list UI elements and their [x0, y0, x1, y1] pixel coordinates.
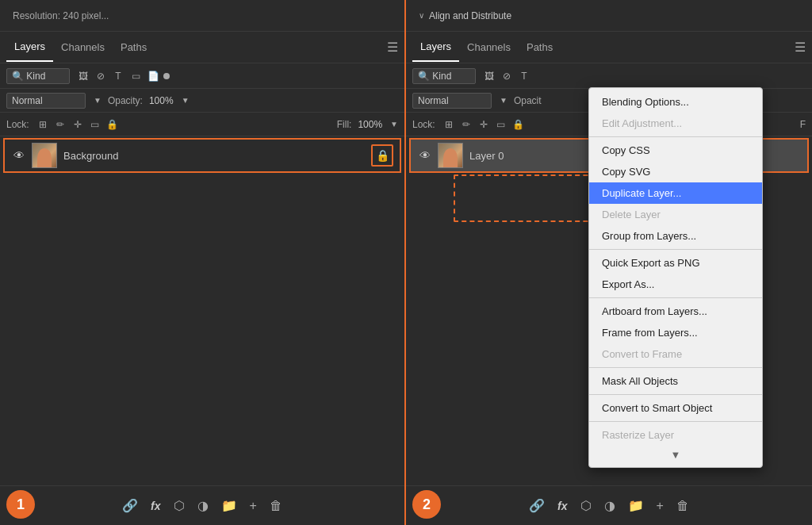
- left-tab-paths[interactable]: Paths: [113, 33, 155, 61]
- right-adjust-filter-icon[interactable]: ⊘: [500, 69, 514, 83]
- left-lock-label: Lock:: [6, 119, 29, 130]
- menu-rasterize-layer: Rasterize Layer: [589, 424, 762, 446]
- right-link-icon[interactable]: 🔗: [529, 498, 545, 513]
- fill-dropdown-arrow: ▼: [390, 120, 398, 128]
- right-lock-pixels-icon[interactable]: ⊞: [442, 117, 456, 132]
- text-filter-icon[interactable]: T: [111, 69, 125, 83]
- menu-divider-2: [589, 249, 762, 250]
- right-eye-icon[interactable]: 👁: [417, 148, 433, 163]
- opacity-dropdown-arrow: ▼: [182, 96, 190, 105]
- right-fx-icon[interactable]: fx: [557, 500, 567, 512]
- menu-mask-all-objects[interactable]: Mask All Objects: [589, 370, 762, 392]
- panel-menu-icon[interactable]: ☰: [387, 40, 398, 55]
- menu-delete-layer: Delete Layer: [589, 204, 762, 225]
- right-tab-paths[interactable]: Paths: [519, 33, 561, 61]
- fx-icon[interactable]: fx: [151, 500, 160, 512]
- right-tab-layers[interactable]: Layers: [412, 33, 459, 62]
- menu-divider-4: [589, 367, 762, 368]
- menu-copy-css[interactable]: Copy CSS: [589, 140, 762, 161]
- menu-divider-3: [589, 297, 762, 298]
- left-tab-layers[interactable]: Layers: [6, 33, 53, 62]
- left-kind-row: 🔍 Kind 🖼 ⊘ T ▭ 📄: [0, 63, 404, 89]
- right-new-layer-icon[interactable]: +: [657, 499, 664, 513]
- left-blend-select[interactable]: Normal: [6, 93, 86, 109]
- menu-artboard-from-layers[interactable]: Artboard from Layers...: [589, 301, 762, 322]
- step-badge-2: 2: [412, 490, 441, 519]
- left-layers-panel: Layers Channels Paths ☰ 🔍 Kind 🖼 ⊘ T: [0, 32, 404, 485]
- right-delete-layer-icon[interactable]: 🗑: [676, 499, 689, 513]
- menu-edit-adjustment: Edit Adjustment...: [589, 113, 762, 134]
- left-tab-channels[interactable]: Channels: [53, 33, 113, 61]
- right-lock-all-icon[interactable]: 🔒: [511, 117, 526, 132]
- right-filter-icons: 🖼 ⊘ T: [482, 69, 531, 83]
- menu-scroll-down-icon[interactable]: ▼: [671, 449, 681, 461]
- right-mask-icon[interactable]: ◑: [604, 498, 615, 513]
- new-layer-icon[interactable]: +: [250, 499, 257, 513]
- align-distribute-label: Align and Distribute: [429, 10, 511, 21]
- lock-pixels-icon[interactable]: ⊞: [36, 117, 50, 132]
- menu-quick-export[interactable]: Quick Export as PNG: [589, 252, 762, 274]
- right-group-icon[interactable]: 📁: [628, 498, 644, 513]
- right-lock-move-icon[interactable]: ✛: [477, 117, 491, 132]
- menu-export-as[interactable]: Export As...: [589, 274, 762, 295]
- left-filter-icons: 🖼 ⊘ T ▭ 📄: [76, 69, 170, 83]
- menu-divider-1: [589, 136, 762, 137]
- menu-group-from-layers[interactable]: Group from Layers...: [589, 225, 762, 247]
- menu-convert-to-frame: Convert to Frame: [589, 343, 762, 365]
- left-layer-thumb: [32, 143, 57, 168]
- right-layer-thumb: [438, 143, 463, 168]
- left-opacity-label: Opacity:: [108, 95, 143, 106]
- left-lock-row: Lock: ⊞ ✏ ✛ ▭ 🔒 Fill: 100% ▼: [0, 113, 404, 136]
- resolution-text: Resolution: 240 pixel...: [13, 10, 109, 21]
- right-blend-select[interactable]: Normal: [412, 93, 492, 109]
- right-text-filter-icon[interactable]: T: [517, 69, 531, 83]
- context-menu: Blending Options... Edit Adjustment... C…: [588, 87, 763, 468]
- left-thumb-inner: [33, 144, 56, 167]
- new-fill-icon[interactable]: ⬡: [174, 498, 185, 513]
- left-lock-badge: 🔒: [371, 144, 393, 167]
- right-lock-icons: ⊞ ✏ ✛ ▭ 🔒: [442, 117, 526, 132]
- right-panel-menu-icon[interactable]: ☰: [795, 40, 806, 55]
- group-icon[interactable]: 📁: [221, 498, 237, 513]
- mask-icon[interactable]: ◑: [197, 498, 209, 513]
- smart-filter-icon[interactable]: 📄: [146, 69, 160, 83]
- right-new-fill-icon[interactable]: ⬡: [580, 498, 592, 513]
- menu-blending-options[interactable]: Blending Options...: [589, 91, 762, 113]
- menu-frame-from-layers[interactable]: Frame from Layers...: [589, 322, 762, 343]
- menu-copy-svg[interactable]: Copy SVG: [589, 161, 762, 182]
- shape-filter-icon[interactable]: ▭: [128, 69, 143, 83]
- top-bar: Resolution: 240 pixel...: [0, 0, 404, 32]
- left-thumb-figure: [37, 148, 52, 167]
- menu-duplicate-layer[interactable]: Duplicate Layer...: [589, 182, 762, 204]
- right-image-filter-icon[interactable]: 🖼: [482, 69, 496, 83]
- left-opacity-value: 100%: [149, 95, 174, 106]
- left-blend-row: Normal ▼ Opacity: 100% ▼: [0, 89, 404, 113]
- right-thumb-inner: [439, 144, 462, 167]
- right-kind-row: 🔍 Kind 🖼 ⊘ T: [406, 63, 812, 89]
- left-fill-value: 100%: [358, 119, 382, 130]
- lock-all-icon[interactable]: 🔒: [105, 117, 120, 132]
- main-container: Resolution: 240 pixel... Layers Channels…: [0, 0, 812, 525]
- delete-layer-icon[interactable]: 🗑: [270, 499, 282, 513]
- link-icon[interactable]: 🔗: [122, 498, 138, 513]
- left-panel: Resolution: 240 pixel... Layers Channels…: [0, 0, 406, 525]
- lock-draw-icon[interactable]: ✏: [53, 117, 67, 132]
- lock-move-icon[interactable]: ✛: [71, 117, 85, 132]
- right-kind-select[interactable]: 🔍 Kind: [412, 68, 476, 84]
- adjust-filter-icon[interactable]: ⊘: [94, 69, 108, 83]
- step-badge-1: 1: [6, 490, 35, 519]
- left-eye-icon[interactable]: 👁: [11, 148, 27, 163]
- image-filter-icon[interactable]: 🖼: [76, 69, 90, 83]
- right-panel: ∨ Align and Distribute Layers Channels P…: [406, 0, 812, 525]
- right-opacity-label: Opacit: [514, 95, 542, 106]
- lock-artboard-icon[interactable]: ▭: [88, 117, 102, 132]
- left-kind-select[interactable]: 🔍 Kind: [6, 68, 70, 84]
- right-tab-channels[interactable]: Channels: [459, 33, 519, 61]
- right-lock-draw-icon[interactable]: ✏: [459, 117, 473, 132]
- left-layer-background[interactable]: 👁 Background 🔒: [3, 138, 401, 173]
- left-layer-name: Background: [63, 150, 371, 162]
- right-lock-artboard-icon[interactable]: ▭: [494, 117, 508, 132]
- left-panel-toolbar: 🔗 fx ⬡ ◑ 📁 + 🗑: [0, 485, 404, 525]
- menu-convert-smart-object[interactable]: Convert to Smart Object: [589, 397, 762, 419]
- right-panel-tabs: Layers Channels Paths ☰: [406, 32, 812, 63]
